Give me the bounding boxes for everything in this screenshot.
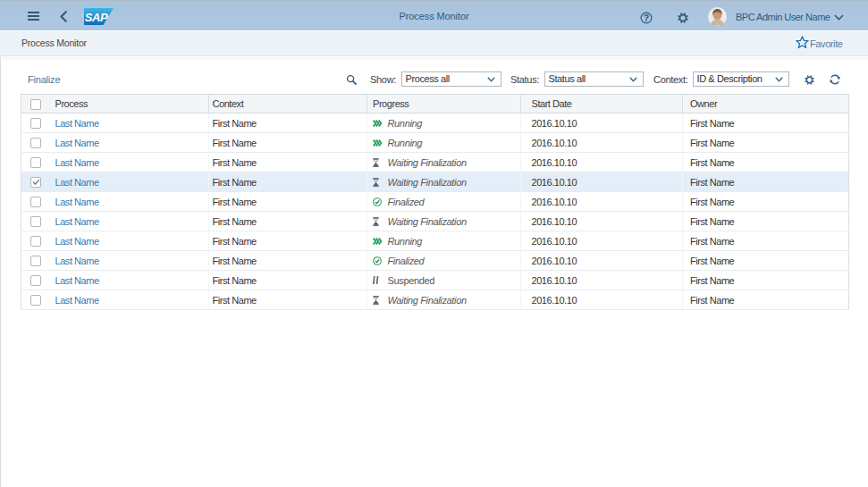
- svg-text:?: ?: [644, 13, 649, 23]
